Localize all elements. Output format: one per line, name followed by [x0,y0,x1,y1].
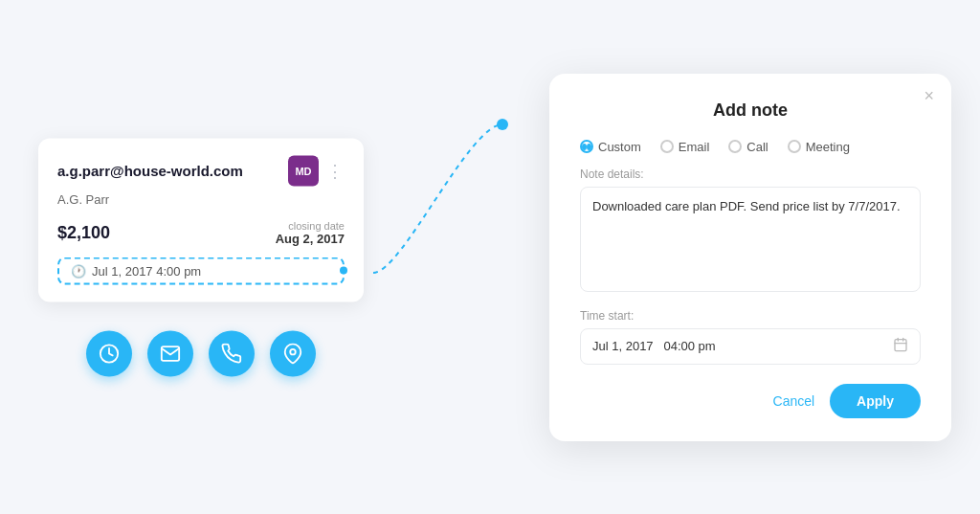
note-type-row: Custom Email Call Meeting [580,140,921,154]
left-area: a.g.parr@house-world.com MD ⋮ A.G. Parr … [38,138,364,376]
date-badge: 🕐 Jul 1, 2017 4:00 pm [57,257,345,284]
action-icons-row [86,330,316,376]
closing-date-value: Aug 2, 2017 [276,231,345,245]
time-start-label: Time start: [580,309,921,323]
card-menu-dots[interactable]: ⋮ [326,160,345,181]
radio-call-circle [728,140,742,153]
calendar-icon [893,337,908,356]
contact-price: $2,100 [57,222,110,242]
main-container: a.g.parr@house-world.com MD ⋮ A.G. Parr … [0,0,980,514]
radio-custom-label: Custom [598,140,641,154]
svg-point-0 [497,119,508,130]
radio-call[interactable]: Call [728,140,768,154]
radio-email[interactable]: Email [660,140,710,154]
radio-custom-circle [580,140,593,153]
apply-button[interactable]: Apply [830,384,921,418]
note-details-label: Note details: [580,168,921,181]
clock-small-icon: 🕐 [71,263,86,278]
note-textarea[interactable] [580,187,921,292]
radio-meeting[interactable]: Meeting [788,140,850,154]
contact-email: a.g.parr@house-world.com [57,163,243,179]
date-badge-container: 🕐 Jul 1, 2017 4:00 pm [57,257,345,284]
svg-rect-3 [895,339,906,350]
card-top: a.g.parr@house-world.com MD ⋮ [57,155,345,186]
radio-email-label: Email [679,140,710,154]
time-input-row [580,328,921,365]
cancel-button[interactable]: Cancel [773,393,815,409]
closing-info: closing date Aug 2, 2017 [276,219,345,245]
phone-action-button[interactable] [209,330,255,376]
radio-email-circle [660,140,674,153]
radio-call-label: Call [746,140,768,154]
email-action-button[interactable] [147,330,193,376]
avatar: MD [288,155,319,186]
contact-card: a.g.parr@house-world.com MD ⋮ A.G. Parr … [38,138,364,302]
card-top-right: MD ⋮ [288,155,345,186]
radio-meeting-circle [788,140,801,153]
clock-action-button[interactable] [86,330,132,376]
close-button[interactable]: × [924,87,934,104]
time-input[interactable] [592,339,893,353]
panel-title: Add note [580,101,921,121]
date-badge-text: Jul 1, 2017 4:00 pm [92,263,201,278]
svg-point-2 [290,348,296,354]
panel-actions: Cancel Apply [580,384,921,418]
contact-name: A.G. Parr [57,191,345,206]
radio-custom[interactable]: Custom [580,140,641,154]
card-bottom: $2,100 closing date Aug 2, 2017 [57,219,345,245]
location-action-button[interactable] [270,330,316,376]
radio-meeting-label: Meeting [806,140,850,154]
closing-label: closing date [276,219,345,231]
add-note-panel: × Add note Custom Email Call Meeting Not… [549,74,951,441]
